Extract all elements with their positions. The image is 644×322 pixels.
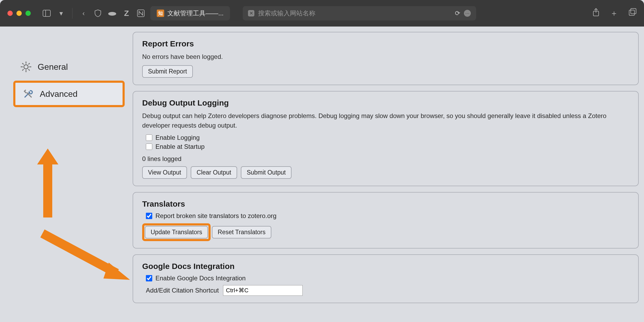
address-bar[interactable]: ✕ 搜索或输入网站名称 ⟳ ⋯ xyxy=(243,6,476,20)
z-icon[interactable]: Z xyxy=(122,8,131,18)
view-output-button[interactable]: View Output xyxy=(142,166,187,179)
annotation-arrow-diag xyxy=(32,228,133,288)
main-area: General Advanced Report Errors No errors… xyxy=(0,27,644,322)
report-broken-checkbox[interactable]: Report broken site translators to zotero… xyxy=(146,212,629,220)
enable-logging-input[interactable] xyxy=(146,134,152,141)
clear-output-button[interactable]: Clear Output xyxy=(191,166,237,179)
panel-heading: Translators xyxy=(142,199,629,208)
svg-line-15 xyxy=(28,63,30,64)
checkbox-label: Enable Logging xyxy=(155,134,200,141)
shortcut-input[interactable] xyxy=(223,285,303,296)
annotation-arrow-up xyxy=(32,149,64,224)
sidebar-toggle-icon[interactable] xyxy=(42,8,51,18)
browser-tab[interactable]: 知 文献管理工具——... xyxy=(150,6,230,20)
maximize-window-button[interactable] xyxy=(25,11,31,16)
window-controls xyxy=(7,11,31,16)
settings-content: Report Errors No errors have been logged… xyxy=(133,32,639,317)
submit-output-button[interactable]: Submit Output xyxy=(241,166,291,179)
enable-startup-checkbox[interactable]: Enable at Startup xyxy=(146,143,629,150)
reload-icon[interactable]: ⟳ xyxy=(455,10,460,17)
panel-report-errors: Report Errors No errors have been logged… xyxy=(133,32,639,85)
close-window-button[interactable] xyxy=(7,11,13,16)
shortcut-row: Add/Edit Citation Shortcut xyxy=(142,285,629,296)
panel-heading: Google Docs Integration xyxy=(142,262,629,271)
browser-titlebar: ▾ ‹ Z 知 文献管理工具——... ✕ 搜索或输入网站名称 ⟳ ⋯ ＋ xyxy=(0,0,644,27)
svg-line-14 xyxy=(22,69,24,71)
cloud-icon[interactable] xyxy=(107,8,117,18)
svg-marker-16 xyxy=(37,149,58,164)
notion-icon[interactable] xyxy=(136,8,146,18)
checkbox-label: Enable at Startup xyxy=(155,143,204,150)
submit-report-button[interactable]: Submit Report xyxy=(142,65,193,78)
enable-gdocs-checkbox[interactable]: Enable Google Docs Integration xyxy=(146,275,629,282)
reset-translators-button[interactable]: Reset Translators xyxy=(212,226,271,238)
address-placeholder: 搜索或输入网站名称 xyxy=(258,9,315,18)
back-icon[interactable]: ‹ xyxy=(79,8,88,18)
report-broken-input[interactable] xyxy=(146,213,152,219)
tools-icon xyxy=(22,88,34,100)
sidebar-item-label: Advanced xyxy=(40,89,77,99)
svg-point-7 xyxy=(24,65,28,69)
update-translators-button[interactable]: Update Translators xyxy=(145,226,208,238)
panel-debug: Debug Output Logging Debug output can he… xyxy=(133,91,639,186)
tab-title: 文献管理工具——... xyxy=(167,9,224,18)
sidebar-item-general[interactable]: General xyxy=(13,56,125,78)
chevron-down-icon[interactable]: ▾ xyxy=(56,8,66,18)
svg-point-2 xyxy=(108,12,116,16)
titlebar-right: ＋ xyxy=(593,8,637,19)
more-icon[interactable]: ⋯ xyxy=(464,10,471,17)
svg-rect-5 xyxy=(629,10,634,15)
gear-icon xyxy=(20,60,32,73)
minimize-window-button[interactable] xyxy=(16,11,22,16)
checkbox-label: Enable Google Docs Integration xyxy=(155,275,246,282)
report-errors-status: No errors have been logged. xyxy=(142,52,629,62)
panel-heading: Debug Output Logging xyxy=(142,98,629,107)
sidebar-item-label: General xyxy=(38,62,68,72)
svg-line-12 xyxy=(22,63,24,64)
tabs-icon[interactable] xyxy=(629,8,637,19)
divider xyxy=(72,8,72,19)
shortcut-label: Add/Edit Citation Shortcut xyxy=(146,287,219,294)
shield-icon[interactable] xyxy=(93,8,103,18)
svg-line-13 xyxy=(28,69,30,71)
debug-description: Debug output can help Zotero developers … xyxy=(142,111,629,130)
lines-logged-text: 0 lines logged xyxy=(142,155,629,163)
checkbox-label: Report broken site translators to zotero… xyxy=(155,212,276,220)
plus-icon[interactable]: ＋ xyxy=(610,8,618,19)
sidebar-item-advanced[interactable]: Advanced xyxy=(13,81,125,107)
enable-startup-input[interactable] xyxy=(146,143,152,150)
settings-sidebar: General Advanced xyxy=(0,32,133,317)
panel-translators: Translators Report broken site translato… xyxy=(133,192,639,249)
tab-favicon: 知 xyxy=(157,10,164,17)
panel-gdocs: Google Docs Integration Enable Google Do… xyxy=(133,254,639,303)
share-icon[interactable] xyxy=(593,8,599,19)
panel-heading: Report Errors xyxy=(142,39,629,48)
enable-logging-checkbox[interactable]: Enable Logging xyxy=(146,134,629,141)
svg-rect-0 xyxy=(43,10,50,16)
clear-icon[interactable]: ✕ xyxy=(248,10,254,16)
svg-rect-6 xyxy=(631,8,636,14)
enable-gdocs-input[interactable] xyxy=(146,275,152,281)
